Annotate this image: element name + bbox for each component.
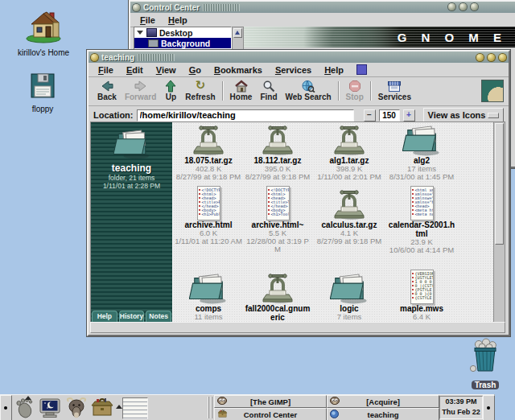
file-manager-titlebar[interactable]: teaching	[89, 51, 509, 63]
option-menu-indicator-icon	[488, 113, 499, 118]
file-item[interactable]: alg1.tar.gz 398.9 K 1/11/00 at 2:01 PM	[315, 122, 383, 181]
window-menu-icon[interactable]	[133, 4, 140, 11]
mws-file-icon: {VERSION {USTYLET 1 0 0 0 0 0 |{CSTYL {P…	[410, 270, 434, 304]
toolbar-separator	[222, 81, 224, 101]
back-button[interactable]: Back	[93, 79, 121, 101]
refresh-button[interactable]: ↻ Refresh	[181, 79, 219, 101]
background-item-icon	[148, 39, 159, 47]
file-item[interactable]: <html xmln xmlnso="u xmlnsw="u xmlns="ht…	[388, 183, 455, 254]
cc-menu-help[interactable]: Help	[162, 14, 194, 26]
zoom-out-button[interactable]: −	[364, 109, 376, 121]
task-button-teaching[interactable]: teaching	[327, 408, 439, 420]
gimp-icon	[330, 397, 340, 405]
up-button[interactable]: Up	[160, 79, 181, 101]
control-center-titlebar[interactable]: Control Center	[130, 2, 515, 13]
web-search-button[interactable]: Web Search	[282, 79, 336, 101]
home-icon	[234, 79, 249, 93]
fm-menu-view[interactable]: View	[150, 64, 183, 76]
file-item[interactable]: comps 11 items 1/10/01 at 11:25 AM	[175, 267, 242, 322]
cc-menu-file[interactable]: File	[134, 14, 162, 26]
fm-menu-edit[interactable]: Edit	[120, 64, 150, 76]
file-item[interactable]: 18.112.tar.gz 395.0 K 8/27/99 at 9:18 PM	[244, 122, 311, 181]
task-button-gimp[interactable]: [The GIMP]	[214, 395, 327, 408]
location-input[interactable]	[137, 109, 354, 121]
find-button[interactable]: Find	[256, 79, 281, 101]
desktop-icon-home-label: kirillov's Home	[6, 48, 80, 57]
applet-handle[interactable]	[211, 397, 212, 418]
expander-icon[interactable]	[137, 31, 143, 35]
stop-button[interactable]: Stop	[342, 79, 368, 101]
toolbar-separator	[370, 81, 372, 101]
file-item[interactable]: fall2000cal.gnumeric 4.2 K 12/11/00 at 9…	[244, 267, 311, 322]
home-button[interactable]: Home	[226, 79, 257, 101]
applet-handle[interactable]	[208, 397, 209, 418]
services-button[interactable]: Services	[374, 79, 415, 101]
tree-item-desktop[interactable]: Desktop	[134, 27, 231, 38]
desktop-icon-trash[interactable]: Trash	[460, 338, 510, 391]
file-item[interactable]: 18.075.tar.gz 402.8 K 8/27/99 at 9:18 PM	[175, 122, 242, 181]
window-menu-icon[interactable]	[91, 54, 98, 61]
toolbox-icon	[217, 410, 228, 418]
maximize-button-icon[interactable]	[459, 3, 467, 10]
file-item[interactable]: <!DOCTYP <html> <head> <title>Tool </hea…	[244, 183, 311, 253]
minimize-button-icon[interactable]	[448, 3, 455, 10]
close-button-icon[interactable]	[499, 54, 506, 61]
clock-applet: 03:39 PM Thu Feb 22	[439, 396, 483, 419]
desktop-icon-floppy[interactable]: floppy	[16, 72, 69, 113]
forward-icon	[134, 79, 148, 93]
panel-hide-right-button[interactable]	[483, 395, 495, 420]
clock-time: 03:39 PM	[440, 397, 482, 407]
refresh-icon: ↻	[196, 79, 206, 93]
close-button-icon[interactable]	[471, 3, 478, 10]
desktop-icon-trash-label: Trash	[460, 377, 510, 391]
desktop-icon-home[interactable]: kirillov's Home	[6, 6, 80, 57]
forward-button[interactable]: Forward	[121, 79, 160, 101]
tree-item-background[interactable]: Background	[134, 38, 231, 48]
sidebar-folder-date: 1/11/01 at 2:28 PM	[91, 182, 172, 190]
view-mode-dropdown[interactable]: View as Icons	[423, 108, 504, 123]
status-bar	[90, 322, 505, 333]
main-menu-button[interactable]	[12, 396, 36, 419]
gmc-throbber-icon	[481, 80, 504, 102]
task-button-acquire[interactable]: [Acquire]	[327, 395, 439, 408]
stop-icon	[348, 79, 361, 93]
minimize-button-icon[interactable]	[476, 54, 484, 61]
file-item[interactable]: calculus.tar.gz 4.1 K 8/27/99 at 9:18 PM	[315, 183, 383, 245]
panel-hide-left-button[interactable]	[0, 395, 12, 420]
control-center-launcher[interactable]	[90, 396, 114, 419]
fm-menu-services[interactable]: Services	[269, 64, 318, 76]
fm-menu-help[interactable]: Help	[318, 64, 350, 76]
file-icon-view[interactable]: 18.075.tar.gz 402.8 K 8/27/99 at 9:18 PM…	[172, 122, 505, 322]
toolbox-icon	[90, 397, 114, 418]
fm-menu-go[interactable]: Go	[183, 64, 208, 76]
scrollbar-thumb[interactable]	[495, 123, 504, 245]
fm-menu-bookmarks[interactable]: Bookmarks	[208, 64, 269, 76]
tab-history[interactable]: History	[119, 311, 145, 322]
task-button-control-center[interactable]: Control Center	[214, 408, 327, 420]
gnome-banner-text: G N O M E	[398, 31, 515, 44]
file-item[interactable]: logic 7 items today at 9:55 PM	[315, 267, 383, 322]
find-icon	[262, 79, 275, 93]
sidebar-folder-items: folder, 21 items	[91, 174, 172, 182]
tasklist-pager[interactable]	[122, 397, 148, 419]
fm-menu-file[interactable]: File	[92, 64, 120, 76]
file-item[interactable]: {VERSION {USTYLET 1 0 0 0 0 0 |{CSTYL {P…	[388, 267, 455, 322]
tab-help[interactable]: Help	[92, 311, 117, 322]
file-manager-title: teaching	[101, 53, 134, 62]
tab-notes[interactable]: Notes	[146, 311, 171, 322]
file-view-scrollbar[interactable]	[493, 122, 505, 322]
file-item[interactable]: alg2 17 items 8/31/00 at 1:45 PM	[388, 122, 455, 181]
file-item[interactable]: <!DOCTYP <html> <head> <title>Publ </hea…	[175, 183, 242, 245]
clock-date: Thu Feb 22	[440, 407, 482, 418]
terminal-launcher[interactable]	[38, 396, 62, 419]
folder-icon	[189, 271, 228, 304]
zoom-in-button[interactable]: +	[403, 109, 415, 121]
targz-icon	[333, 188, 365, 220]
folder-info-sidebar: teaching folder, 21 items 1/11/01 at 2:2…	[91, 122, 172, 322]
scroll-up-icon[interactable]	[233, 28, 242, 38]
gnu-launcher[interactable]	[64, 396, 89, 419]
home-icon	[25, 6, 62, 43]
file-manager-window: teaching File Edit View Go Bookmarks Ser…	[87, 50, 510, 336]
file-manager-menubar: File Edit View Go Bookmarks Services Hel…	[89, 63, 509, 77]
maximize-button-icon[interactable]	[488, 54, 495, 61]
